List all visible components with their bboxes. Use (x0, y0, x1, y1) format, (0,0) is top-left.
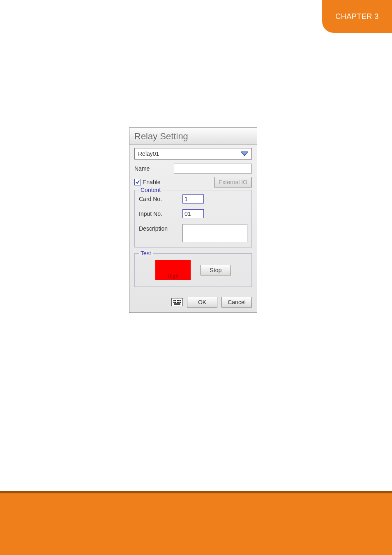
test-inner: High Stop (139, 258, 247, 282)
keyboard-icon[interactable] (171, 298, 183, 306)
input-no-row: Input No. 01 (139, 209, 247, 218)
name-input[interactable] (174, 164, 252, 173)
ok-button-label: OK (198, 299, 206, 305)
cancel-button-label: Cancel (228, 299, 246, 305)
enable-checkbox-wrap[interactable]: Enable (134, 179, 161, 185)
card-no-input[interactable]: 1 (182, 194, 204, 204)
test-status-indicator: High (155, 260, 191, 280)
relay-select-value: Relay01 (138, 150, 159, 157)
cancel-button[interactable]: Cancel (221, 297, 252, 308)
test-fieldset: Test High Stop (134, 253, 252, 287)
name-row: Name (134, 164, 252, 173)
enable-label: Enable (143, 179, 161, 185)
description-row: Description (139, 224, 247, 242)
test-legend: Test (139, 250, 153, 257)
input-no-input[interactable]: 01 (182, 209, 204, 218)
external-io-button[interactable]: External IO (214, 177, 252, 187)
check-icon (135, 180, 140, 185)
chevron-down-icon (240, 151, 249, 157)
dialog-body: Relay01 Name Enable E (129, 145, 257, 291)
input-no-label: Input No. (139, 209, 182, 217)
ok-button[interactable]: OK (187, 297, 217, 308)
enable-row: Enable External IO (134, 177, 252, 187)
footer-bar (0, 493, 392, 555)
relay-select[interactable]: Relay01 (134, 148, 252, 160)
name-label: Name (134, 165, 174, 172)
enable-checkbox[interactable] (134, 179, 141, 185)
chapter-tab: CHAPTER 3 (322, 0, 392, 33)
dialog-title: Relay Setting (129, 128, 257, 145)
content-fieldset: Content Card No. 1 Input No. 01 Descript… (134, 190, 252, 247)
description-label: Description (139, 224, 182, 232)
relay-setting-dialog: Relay Setting Relay01 Name (129, 127, 257, 313)
card-no-label: Card No. (139, 194, 182, 202)
stop-button[interactable]: Stop (201, 265, 231, 275)
dialog-footer: OK Cancel (129, 291, 257, 312)
test-status-label: High (168, 273, 179, 279)
description-input[interactable] (182, 224, 247, 242)
external-io-label: External IO (219, 179, 247, 185)
chapter-label: CHAPTER 3 (335, 12, 379, 21)
stop-button-label: Stop (210, 267, 222, 273)
card-no-row: Card No. 1 (139, 194, 247, 204)
content-legend: Content (139, 187, 162, 193)
